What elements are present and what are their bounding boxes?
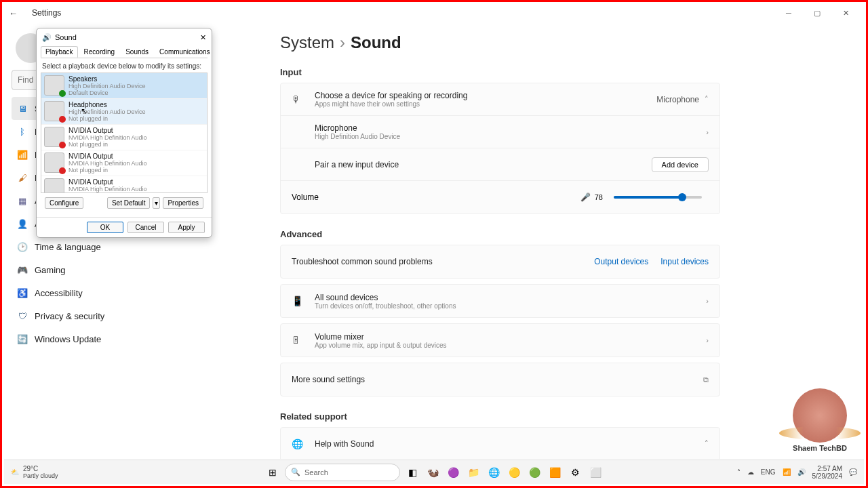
apply-button[interactable]: Apply [168,222,205,233]
clock[interactable]: 2:57 AM 5/29/2024 [812,465,843,480]
cancel-button[interactable]: Cancel [127,222,164,233]
back-button[interactable]: ← [9,8,22,18]
edge-icon[interactable]: 🌐 [486,464,502,481]
volume-label: Volume [292,192,580,202]
row-title: Pair a new input device [315,160,652,169]
dialog-title: Sound [55,33,77,41]
volume-icon[interactable]: 🔊 [797,468,806,476]
microphone-row[interactable]: Microphone High Definition Audio Device … [281,116,719,148]
network-icon[interactable]: 📶 [783,468,791,476]
weather-cond: Partly cloudy [23,472,58,479]
device-item[interactable]: SpeakersHigh Definition Audio DeviceDefa… [41,73,207,99]
tab-sounds[interactable]: Sounds [121,46,153,58]
device-list[interactable]: SpeakersHigh Definition Audio DeviceDefa… [41,73,208,193]
device-icon [44,127,64,147]
tab-recording[interactable]: Recording [79,46,120,58]
device-status: Not plugged in [68,167,147,174]
taskbar: ⛅ 29°CPartly cloudy ⊞ 🔍Search ◧ 🦦 🟣 📁 🌐 … [4,460,864,484]
onedrive-icon[interactable]: ☁ [747,468,754,476]
minimize-button[interactable]: ─ [775,3,802,22]
external-link-icon: ⧉ [703,375,709,384]
device-icon [44,152,64,173]
output-devices-link[interactable]: Output devices [594,257,648,266]
set-default-button[interactable]: Set Default [107,197,150,209]
tab-communications[interactable]: Communications [155,46,214,58]
sound-dialog: 🔊 Sound ✕ PlaybackRecordingSoundsCommuni… [36,28,212,238]
chrome-icon[interactable]: 🟡 [506,464,522,481]
weather-temp: 29°C [23,465,58,472]
section-advanced-title: Advanced [280,229,720,239]
titlebar: ← Settings ─ ▢ ✕ [2,2,866,24]
taskbar-app-icon[interactable]: ⬜ [587,464,604,481]
taskbar-search[interactable]: 🔍Search [285,464,400,481]
row-subtitle: High Definition Audio Device [315,133,706,140]
tray-chevron-icon[interactable]: ˄ [737,468,741,476]
configure-button[interactable]: Configure [45,197,83,209]
row-subtitle: Apps might have their own settings [315,100,656,108]
device-icon [44,178,64,193]
selected-input-label: Microphone [656,95,699,104]
weather-icon: ⛅ [11,468,19,476]
input-volume-row: Volume 🎤 78 [281,181,719,214]
device-desc: NVIDIA High Definition Audio [68,160,147,167]
properties-button[interactable]: Properties [163,197,203,209]
tab-playback[interactable]: Playback [41,46,78,58]
app-title: Settings [32,8,61,18]
chevron-up-icon: ˄ [705,95,709,104]
device-status: Default Device [68,89,146,96]
maximize-button[interactable]: ▢ [804,3,831,22]
language-indicator[interactable]: ENG [761,468,776,476]
device-icon [44,75,64,96]
search-icon: 🔍 [291,468,300,476]
device-item[interactable]: NVIDIA OutputNVIDIA High Definition Audi… [41,150,207,176]
taskbar-app-icon[interactable]: 🟧 [547,464,563,481]
set-default-dropdown[interactable]: ▾ [153,197,160,209]
task-view-button[interactable]: ◧ [404,464,420,481]
taskbar-app-icon[interactable]: 🟢 [526,464,542,481]
weather-widget[interactable]: ⛅ 29°CPartly cloudy [11,465,58,479]
start-button[interactable]: ⊞ [264,464,281,481]
section-support-title: Related support [280,411,720,422]
breadcrumb-parent[interactable]: System [280,33,334,52]
file-explorer-icon[interactable]: 📁 [465,464,481,481]
help-with-sound-row[interactable]: 🌐 Help with Sound ˄ [281,428,719,459]
speaker-icon: 🔊 [42,33,52,42]
microphone-icon: 🎙 [292,94,307,105]
device-icon [44,101,64,121]
device-status: Not plugged in [68,115,146,122]
troubleshoot-row: Troubleshoot common sound problems Outpu… [281,245,719,278]
device-item[interactable]: HeadphonesHigh Definition Audio DeviceNo… [41,99,207,125]
settings-icon[interactable]: ⚙ [567,464,583,481]
volume-mixer-row[interactable]: 🎚 Volume mixer App volume mix, app input… [281,324,719,357]
taskbar-app-icon[interactable]: 🦦 [425,464,441,481]
row-subtitle: Turn devices on/off, troubleshoot, other… [315,302,706,310]
row-title: Troubleshoot common sound problems [292,257,594,266]
add-device-button[interactable]: Add device [652,157,709,172]
volume-slider[interactable] [614,196,702,199]
channel-logo: Shaem TechBD [793,388,847,452]
chevron-right-icon: › [706,128,709,136]
choose-input-device-row[interactable]: 🎙 Choose a device for speaking or record… [281,83,719,116]
close-button[interactable]: ✕ [832,3,859,22]
microphone-icon[interactable]: 🎤 [580,192,591,202]
device-name: Headphones [68,101,146,108]
ok-button[interactable]: OK [87,222,123,233]
device-desc: NVIDIA High Definition Audio [68,186,147,192]
device-desc: High Definition Audio Device [68,108,146,115]
breadcrumb: System›Sound [280,33,720,52]
notifications-icon[interactable]: 💬 [849,468,857,476]
row-title: Volume mixer [315,332,706,342]
dialog-close-button[interactable]: ✕ [200,33,206,42]
dialog-instruction: Select a playback device below to modify… [41,62,208,70]
all-sound-devices-row[interactable]: 📱 All sound devices Turn devices on/off,… [281,285,719,317]
more-sound-settings-row[interactable]: More sound settings ⧉ [281,363,719,396]
mixer-icon: 🎚 [292,335,307,346]
row-title: All sound devices [315,293,706,302]
taskbar-app-icon[interactable]: 🟣 [445,464,461,481]
devices-icon: 📱 [292,296,307,306]
globe-icon: 🌐 [292,439,307,449]
logo-text: Shaem TechBD [793,444,847,452]
device-item[interactable]: NVIDIA OutputNVIDIA High Definition Audi… [41,176,207,193]
device-item[interactable]: NVIDIA OutputNVIDIA High Definition Audi… [41,125,207,150]
input-devices-link[interactable]: Input devices [660,257,709,266]
